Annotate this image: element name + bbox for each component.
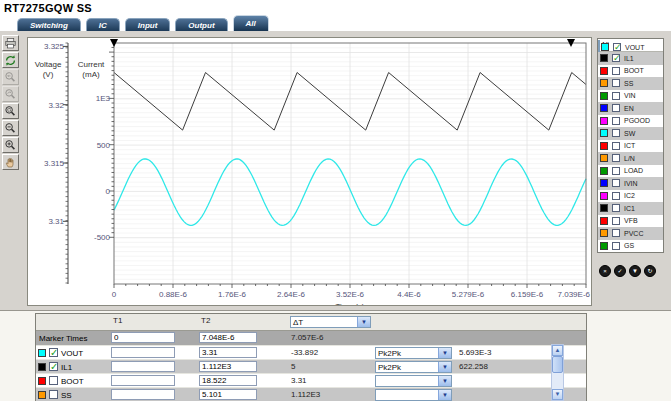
svg-text:2.64E-6: 2.64E-6 [277,290,306,299]
legend-check-button[interactable]: ✓ [614,265,626,277]
legend-item-label: EN [624,105,634,112]
legend-checkbox[interactable] [612,204,620,212]
legend-item-vfb[interactable]: VFB [598,215,663,228]
app-window: RT7275GQW SS SwitchingICInputOutputAll 1… [0,0,671,401]
ss-t2-input[interactable] [199,389,257,400]
waveform-chart[interactable]: 1E35000-5003.3253.323.3153.31Voltage(V)C… [28,38,591,305]
signal-row-il1: ✓IL15Pk2Pk▼622.258 [36,360,586,374]
ss-checkbox[interactable] [49,390,58,399]
legend-item-label: IL1 [624,55,634,62]
legend-scroll-down-button[interactable]: ▼ [629,265,641,277]
il1-t1-input[interactable] [111,361,175,372]
legend-item-label: LOAD [624,167,643,174]
legend-item-label: SW [624,130,635,137]
ss-t1-input[interactable] [111,389,175,400]
scrollbar-up-icon[interactable]: ▲ [552,345,563,356]
measurement-table: T1T2ΔT▼Marker Times7.057E-6✓VOUT-33.892P… [35,313,587,401]
legend-checkbox[interactable] [612,154,620,162]
marker-t1-input[interactable] [111,332,175,343]
legend-color-swatch [600,154,608,162]
il1-result-value: 622.258 [459,362,488,371]
legend-item-boot[interactable]: BOOT [598,65,663,78]
legend-item-vout[interactable]: ✓VOUT [598,40,600,52]
tab-all[interactable]: All [233,15,269,31]
table-header-row: T1T2ΔT▼ [36,314,586,331]
legend-color-swatch [600,229,608,237]
plot-toolbar [2,35,20,171]
vout-t1-input[interactable] [111,347,175,358]
legend-item-ivin[interactable]: IVIN [598,177,663,190]
vout-result-value: 5.693E-3 [459,348,491,357]
legend-item-sw[interactable]: SW [598,127,663,140]
legend-checkbox[interactable] [612,79,620,87]
legend-item-pvcc[interactable]: PVCC [598,227,663,240]
legend-color-swatch [600,142,608,150]
zoom-window-button[interactable] [2,103,19,119]
table-scrollbar[interactable]: ▲ ▼ [551,344,564,401]
legend-item-pgood[interactable]: PGOOD [598,115,663,128]
legend-checkbox[interactable] [612,67,620,75]
legend-checkbox[interactable] [612,192,620,200]
vout-checkbox[interactable]: ✓ [49,348,58,357]
legend-checkbox[interactable] [612,142,620,150]
zoom-in-icon [4,139,17,152]
tab-switching[interactable]: Switching [17,18,81,31]
legend-refresh-button[interactable]: ↻ [644,265,656,277]
legend-item-en[interactable]: EN [598,102,663,115]
legend-item-ss[interactable]: SS [598,77,663,90]
title-bar: RT7275GQW SS [0,0,671,16]
legend-checkbox[interactable] [612,117,620,125]
refresh-button[interactable] [2,52,19,68]
legend-item-label: PVCC [624,230,643,237]
boot-t1-input[interactable] [111,375,175,386]
boot-checkbox[interactable] [49,376,58,385]
pan-button[interactable] [2,154,19,170]
legend-item-gs[interactable]: GS [598,240,663,253]
il1-function-select[interactable]: Pk2Pk▼ [375,361,452,373]
scrollbar-thumb[interactable] [552,356,563,373]
legend-checkbox[interactable] [612,104,620,112]
legend-checkbox[interactable] [612,179,620,187]
legend-checkbox[interactable] [612,229,620,237]
zoom-out-button[interactable] [2,120,19,136]
zoom-in-button[interactable] [2,137,19,153]
print-icon [4,37,17,50]
vout-function-select[interactable]: Pk2Pk▼ [375,347,452,359]
select-value: Pk2Pk [378,363,401,372]
legend-color-swatch [601,43,609,51]
marker-t2-input[interactable] [199,332,257,343]
scrollbar-down-icon[interactable]: ▼ [552,389,563,400]
legend-checkbox[interactable] [612,167,620,175]
legend-item-load[interactable]: LOAD [598,165,663,178]
legend-checkbox[interactable]: ✓ [612,54,620,62]
tab-input[interactable]: Input [125,18,171,31]
legend-item-il1[interactable]: ✓IL1 [598,52,663,65]
measurement-section: T1T2ΔT▼Marker Times7.057E-6✓VOUT-33.892P… [0,311,671,401]
legend-checkbox[interactable] [612,92,620,100]
print-button[interactable] [2,35,19,51]
boot-function-select[interactable]: ▼ [375,375,452,387]
legend-item-ic2[interactable]: IC2 [598,190,663,203]
legend-item-label: IC2 [624,192,635,199]
signal-color-swatch [38,363,46,371]
legend-item-vin[interactable]: VIN [598,90,663,103]
legend-item-ln[interactable]: L/N [598,152,663,165]
legend-item-ict[interactable]: ICT [598,140,663,153]
chevron-down-icon: ▼ [438,362,451,372]
tab-ic[interactable]: IC [86,18,120,31]
vout-t2-input[interactable] [199,347,257,358]
legend-close-button[interactable]: × [599,265,611,277]
svg-text:1.76E-6: 1.76E-6 [218,290,247,299]
il1-checkbox[interactable]: ✓ [49,362,58,371]
legend-checkbox[interactable] [612,129,620,137]
main-area: 1E35000-5003.3253.323.3153.31Voltage(V)C… [0,31,671,311]
ss-function-select[interactable]: ▼ [375,389,452,401]
legend-item-ic1[interactable]: IC1 [598,202,663,215]
legend-checkbox[interactable] [612,242,620,250]
legend-checkbox[interactable]: ✓ [613,43,621,51]
boot-t2-input[interactable] [199,375,257,386]
tab-output[interactable]: Output [175,18,227,31]
legend-checkbox[interactable] [612,217,620,225]
il1-t2-input[interactable] [199,361,257,372]
delta-mode-select[interactable]: ΔT▼ [290,316,371,328]
